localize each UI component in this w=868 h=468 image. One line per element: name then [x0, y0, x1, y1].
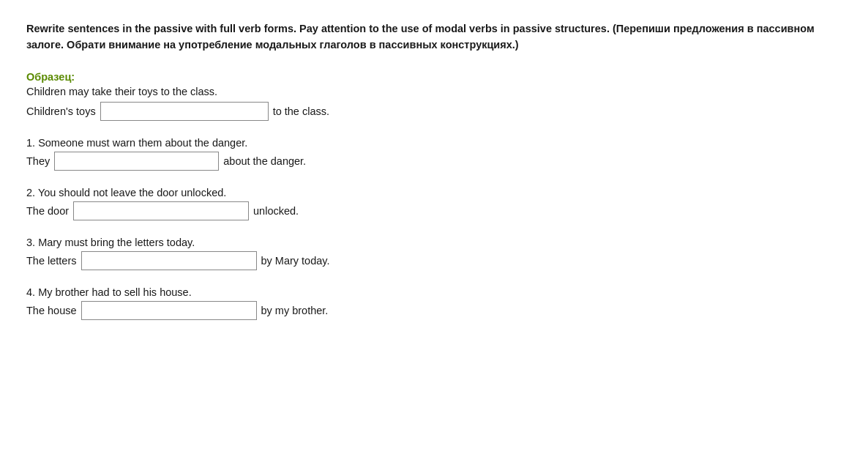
- instructions: Rewrite sentences in the passive with fu…: [26, 21, 817, 53]
- exercise-3-input[interactable]: [81, 251, 257, 270]
- exercise-2-suffix: unlocked.: [253, 205, 299, 217]
- exercise-2-prefix: The door: [26, 205, 69, 217]
- example-original: Children may take their toys to the clas…: [26, 86, 842, 97]
- exercise-1-suffix: about the danger.: [223, 155, 306, 167]
- example-input[interactable]: [100, 102, 269, 121]
- exercise-1-original: 1. Someone must warn them about the dang…: [26, 137, 842, 149]
- exercise-4-original: 4. My brother had to sell his house.: [26, 286, 842, 298]
- exercise-1-input[interactable]: [54, 152, 219, 171]
- exercise-3-prefix: The letters: [26, 255, 77, 267]
- example-label: Образец:: [26, 71, 842, 83]
- exercise-3-original: 3. Mary must bring the letters today.: [26, 237, 842, 248]
- exercise-3-suffix: by Mary today.: [261, 255, 330, 267]
- example-suffix: to the class.: [273, 105, 329, 117]
- example-prefix: Children's toys: [26, 105, 96, 117]
- exercise-4-input[interactable]: [81, 301, 257, 320]
- exercise-4-prefix: The house: [26, 305, 77, 316]
- exercise-2-original: 2. You should not leave the door unlocke…: [26, 187, 842, 198]
- exercise-1-prefix: They: [26, 155, 50, 167]
- exercise-2-input[interactable]: [73, 201, 249, 220]
- exercise-4-suffix: by my brother.: [261, 305, 329, 316]
